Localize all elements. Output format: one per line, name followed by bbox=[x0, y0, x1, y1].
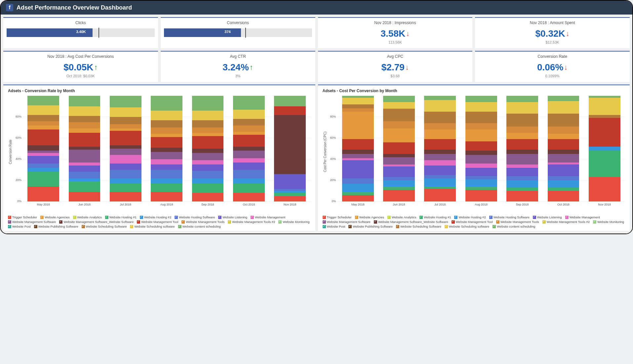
bar-segment bbox=[27, 156, 59, 163]
legend-item[interactable]: Website Management Tools bbox=[181, 220, 224, 224]
legend-label: Website Analytics bbox=[392, 215, 416, 219]
kpi-subtext: 0.1099% bbox=[478, 74, 626, 78]
legend-item[interactable]: Website Hosting Software bbox=[175, 215, 215, 219]
legend-item[interactable]: Website Scheduling software bbox=[445, 225, 489, 228]
legend-label: Website Agencies bbox=[359, 215, 384, 219]
legend-item[interactable]: Website Scheduling Software bbox=[396, 225, 441, 228]
bar-column: Sep 2018 bbox=[192, 96, 224, 201]
bar-segment bbox=[274, 96, 306, 106]
x-tick-label: Jun 2018 bbox=[69, 201, 100, 206]
legend-item[interactable]: Website Analytics bbox=[387, 215, 416, 219]
kpi-subtext: 113.56K bbox=[321, 40, 469, 44]
legend-item[interactable]: Website Scheduling software bbox=[130, 225, 175, 228]
kpi-card: Nov 2018 : Impressions3.58K↓113.56K bbox=[318, 17, 473, 48]
legend-item[interactable]: Website Hosting #2 bbox=[140, 215, 171, 219]
bar-segment bbox=[548, 127, 579, 134]
bar-segment bbox=[465, 187, 497, 190]
bar-column: Nov 2018 bbox=[589, 96, 620, 201]
bar-segment bbox=[465, 141, 497, 151]
bar-segment bbox=[151, 134, 182, 137]
bar-segment bbox=[110, 96, 141, 107]
legend-item[interactable]: Website Monitoring bbox=[278, 220, 309, 224]
legend-item[interactable]: Website Publishing Software bbox=[34, 225, 78, 228]
bar-segment bbox=[27, 172, 59, 187]
bar-column: Jun 2018 bbox=[383, 96, 415, 201]
legend-swatch-icon bbox=[496, 220, 499, 224]
legend-item[interactable]: Website Management Tool bbox=[137, 220, 178, 224]
legend-item[interactable]: Website content scheduling bbox=[178, 225, 221, 228]
bar-column: Jun 2018 bbox=[69, 96, 100, 201]
legend-item[interactable]: Website Management Tool bbox=[452, 220, 493, 224]
bar-segment bbox=[506, 114, 538, 126]
kpi-card: Avg CPC$2.79↓$3.68 bbox=[318, 51, 473, 82]
legend-item[interactable]: Website Listening bbox=[533, 215, 562, 219]
legend-item[interactable]: Website Agencies bbox=[40, 215, 69, 219]
legend-item[interactable]: Website Scheduling Software bbox=[82, 225, 127, 228]
bar-segment bbox=[342, 154, 374, 158]
kpi-subtext: 3% bbox=[164, 74, 312, 78]
legend-item[interactable]: Website Monitoring bbox=[593, 220, 624, 224]
legend-item[interactable]: Website Analytics bbox=[73, 215, 102, 219]
kpi-subtext: $12.53K bbox=[478, 40, 626, 44]
legend-item[interactable]: Website Management bbox=[565, 215, 600, 219]
bar-segment bbox=[506, 154, 538, 164]
bar-segment bbox=[548, 134, 579, 139]
legend-swatch-icon bbox=[175, 216, 178, 219]
bar-segment bbox=[342, 178, 374, 184]
legend-item[interactable]: Website Post bbox=[323, 225, 345, 228]
legend-label: Website Monitoring bbox=[283, 220, 309, 224]
kpi-title: Clicks bbox=[7, 20, 155, 25]
bar-segment bbox=[233, 151, 265, 158]
legend-label: Website Management Software_Website Soft… bbox=[378, 220, 448, 224]
legend-item[interactable]: Website Management Software_Website Soft… bbox=[374, 220, 448, 224]
legend-item[interactable]: Website Management Software bbox=[8, 220, 56, 224]
bar-segment bbox=[465, 102, 497, 112]
legend-item[interactable]: Website Hosting #1 bbox=[105, 215, 137, 219]
bar-segment bbox=[192, 136, 224, 149]
legend-item[interactable]: Website Agencies bbox=[355, 215, 384, 219]
legend-item[interactable]: Website Hosting #2 bbox=[454, 215, 486, 219]
bar-segment bbox=[233, 178, 265, 184]
legend-item[interactable]: Trigger Scheduler bbox=[8, 215, 37, 219]
legend-item[interactable]: Trigger Scheduler bbox=[323, 215, 352, 219]
bar-segment bbox=[342, 195, 374, 201]
bullet-bar: 374 bbox=[164, 28, 312, 37]
kpi-title: Avg CPC bbox=[321, 54, 469, 59]
legend-item[interactable]: Website Management Software bbox=[323, 220, 371, 224]
bar-segment bbox=[192, 96, 224, 111]
legend-item[interactable]: Website Listening bbox=[218, 215, 247, 219]
legend-item[interactable]: Website Management Tools #2 bbox=[228, 220, 275, 224]
legend-item[interactable]: Website Publishing Software bbox=[348, 225, 393, 228]
legend-item[interactable]: Website Hosting Software bbox=[489, 215, 530, 219]
bar-segment bbox=[424, 154, 456, 160]
legend-swatch-icon bbox=[178, 225, 181, 228]
bar-segment bbox=[69, 163, 100, 166]
legend-item[interactable]: Website Management bbox=[251, 215, 285, 219]
legend-item[interactable]: Website Management Software_Website Soft… bbox=[59, 220, 134, 224]
legend-label: Website Management Software bbox=[327, 220, 371, 224]
chart-card: Adsets - Cost Per Conversion by MonthCos… bbox=[318, 85, 630, 231]
legend-label: Website content scheduling bbox=[182, 225, 221, 228]
bar-segment bbox=[110, 149, 141, 155]
legend-swatch-icon bbox=[8, 225, 11, 228]
legend-item[interactable]: Website Management Tools bbox=[496, 220, 539, 224]
bar-segment bbox=[383, 96, 415, 102]
legend-swatch-icon bbox=[387, 216, 391, 219]
bar-segment bbox=[27, 187, 59, 201]
legend-swatch-icon bbox=[542, 220, 546, 224]
bar-segment bbox=[424, 175, 456, 178]
charts-row: Adsets - Conversion Rate by MonthConvers… bbox=[1, 85, 632, 234]
legend-swatch-icon bbox=[251, 216, 254, 219]
legend-item[interactable]: Website Post bbox=[8, 225, 31, 228]
bar-segment bbox=[110, 131, 141, 146]
x-tick-label: May 2018 bbox=[27, 201, 59, 206]
bar-segment bbox=[342, 98, 374, 104]
bar-segment bbox=[506, 188, 538, 191]
bar-segment bbox=[506, 168, 538, 176]
legend-item[interactable]: Website content scheduling bbox=[493, 225, 535, 228]
bar-segment bbox=[233, 119, 265, 125]
legend-item[interactable]: Website Management Tools #2 bbox=[542, 220, 590, 224]
legend-swatch-icon bbox=[82, 225, 85, 228]
legend-swatch-icon bbox=[278, 220, 282, 224]
legend-item[interactable]: Website Hosting #1 bbox=[419, 215, 451, 219]
